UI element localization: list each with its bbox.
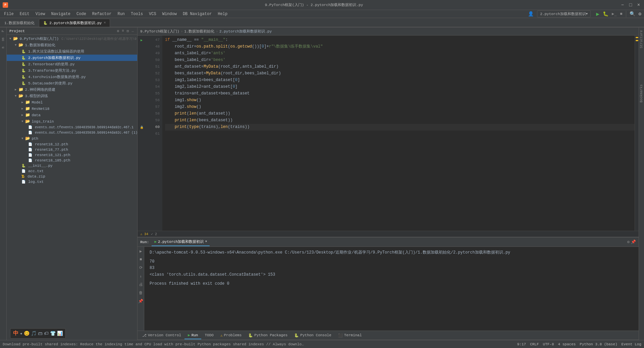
bookmark-icon-3[interactable]: 🎵	[31, 331, 37, 336]
tree-item-model[interactable]: ▶ 📁 Model	[7, 99, 137, 106]
tab-python-packages[interactable]: 🐍 Python Packages	[245, 332, 291, 339]
code-editor[interactable]: ▶ 🔒 47	[138, 36, 639, 231]
breadcrumb-file[interactable]: 2.pytorch加载和数据初识.py	[219, 29, 272, 34]
tree-item-pth[interactable]: ▼ 📂 pth	[7, 135, 137, 142]
search-everywhere-icon[interactable]: 🔍	[628, 11, 637, 17]
menu-window[interactable]: Window	[160, 11, 179, 17]
tree-item-pth3[interactable]: 📄 resnet18_121.pth	[7, 152, 137, 158]
tree-item-resnet18[interactable]: ▶ 📁 ResNet18	[7, 106, 137, 112]
project-more-icon[interactable]: …	[131, 29, 135, 33]
tab-terminal[interactable]: ⬛ Terminal	[335, 332, 365, 339]
bookmark-icon-2[interactable]: 😊	[24, 331, 30, 336]
restore-icon[interactable]: ⟳	[139, 265, 143, 271]
bookmarks-icon[interactable]: B	[2, 45, 5, 50]
minimize-button[interactable]: −	[620, 2, 625, 8]
menu-tools[interactable]: Tools	[128, 11, 146, 17]
tree-item-py4[interactable]: 🐍 3.Transforms使用方法.py	[7, 67, 137, 74]
tab-todo[interactable]: TODO	[201, 332, 217, 339]
tree-item-root[interactable]: ▼ 📂 9.PyTorch框架(入门) C:\Users\123\Desktop…	[7, 36, 137, 42]
bookmark-icon-5[interactable]: 🏷	[44, 331, 49, 336]
tab-2[interactable]: 🐍 2.pytorch加载和数据初识.py ×	[39, 19, 110, 27]
print-icon[interactable]: 🖨	[138, 281, 144, 288]
menu-help[interactable]: Help	[215, 11, 230, 17]
tree-item-folder1[interactable]: ▼ 📂 1.数据加载初始化	[7, 42, 137, 48]
tree-item-py5[interactable]: 🐍 4.torchvision数据集的使用.py	[7, 74, 137, 80]
debug-button[interactable]: 🐛	[601, 11, 610, 17]
tab-2-close[interactable]: ×	[104, 21, 106, 25]
coverage-button[interactable]: ▶̲	[610, 11, 618, 16]
window-controls: − □ ×	[620, 2, 641, 8]
python-version-indicator[interactable]: Python 3.8 (base)	[580, 342, 617, 346]
project-sort-icon[interactable]: ≡	[121, 29, 125, 33]
stop-run-icon[interactable]: ■	[139, 257, 143, 263]
maximize-button[interactable]: □	[628, 2, 633, 8]
bookmark-chinese-icon[interactable]: 中	[13, 330, 18, 337]
project-view-icon[interactable]: P	[1, 29, 5, 33]
tree-item-pth4[interactable]: 📄 resnet18_185.pth	[7, 158, 137, 163]
tree-item-logs-train[interactable]: ▼ 📂 logs_train	[7, 118, 137, 125]
line-endings-indicator[interactable]: CRLF	[530, 342, 539, 346]
run-config-selector[interactable]: 2.pytorch加载和数据初识 ▼	[537, 10, 591, 17]
menu-edit[interactable]: Edit	[17, 11, 32, 17]
bookmark-icon-6[interactable]: 👕	[50, 331, 56, 336]
run-settings-icon[interactable]: ⚙	[627, 239, 630, 245]
account-icon[interactable]: 👤	[525, 11, 536, 17]
tree-item-py2[interactable]: 🐍 2.pytorch加载和数据初识.py	[7, 55, 137, 61]
tree-item-py6[interactable]: 🐍 5.DataLoader的使用.py	[7, 80, 137, 86]
run-tab-close[interactable]: ×	[205, 240, 207, 243]
bookmark-icon-4[interactable]: 🗃	[38, 331, 43, 336]
tree-item-log[interactable]: 📄 log.txt	[7, 179, 137, 185]
menu-view[interactable]: View	[33, 11, 48, 17]
tab-problems[interactable]: ⚠ Problems	[217, 332, 245, 339]
settings-button[interactable]: ⚙	[637, 11, 643, 17]
tree-item-pth2[interactable]: 📄 resnet18_77.pth	[7, 147, 137, 152]
tree-item-data[interactable]: ▶ 📁 data	[7, 112, 137, 118]
structure-icon[interactable]: Structure	[640, 29, 643, 50]
tree-item-py1[interactable]: 🐍 1.两大法宝函数以及编辑器的使用	[7, 48, 137, 55]
menu-refactor[interactable]: Refactor	[90, 11, 114, 17]
menu-code[interactable]: Code	[74, 11, 89, 17]
pin-icon[interactable]: 📌	[138, 298, 144, 304]
code-content[interactable]: if __name__ == "__main__" : root_dir= os…	[162, 36, 635, 231]
menu-file[interactable]: File	[1, 11, 16, 17]
run-tab-active[interactable]: ▶ 2.pytorch加载和数据初识 ×	[152, 238, 210, 246]
tree-item-folder3[interactable]: ▼ 📂 3.模型的训练	[7, 93, 137, 99]
tab-run[interactable]: ▶ Run	[184, 332, 201, 339]
db-browser-icon[interactable]: DB	[2, 36, 5, 43]
bookmark-icon-7[interactable]: 📊	[57, 331, 63, 336]
project-settings-icon[interactable]: ⚙	[116, 29, 120, 33]
project-collapse-icon[interactable]: ⊟	[126, 29, 130, 33]
indent-indicator[interactable]: 4 spaces	[558, 342, 576, 346]
bookmark-icon-1[interactable]: ✦	[20, 331, 22, 336]
clear-icon[interactable]: 🗑	[138, 290, 144, 296]
tree-item-event2[interactable]: 📄 events.out.tfevents.1684835030.b699144…	[7, 130, 137, 135]
menu-db-navigator[interactable]: DB Navigator	[180, 11, 214, 17]
scroll-end-icon[interactable]: ⇣	[139, 273, 143, 279]
tree-item-folder2[interactable]: ▶ 📁 2.神经网络的搭建	[7, 86, 137, 93]
tree-item-py3[interactable]: 🐍 2.Tensorboard的使用.py	[7, 61, 137, 67]
menu-vcs[interactable]: VCS	[146, 11, 159, 17]
stop-button[interactable]: ■	[619, 12, 624, 16]
close-button[interactable]: ×	[636, 2, 641, 8]
run-pin-icon[interactable]: 📌	[631, 239, 636, 245]
tree-item-acc[interactable]: 📄 acc.txt	[7, 168, 137, 174]
line-col-indicator[interactable]: 9:17	[517, 342, 526, 346]
charset-indicator[interactable]: UTF-8	[543, 342, 554, 346]
menu-run[interactable]: Run	[115, 11, 127, 17]
menu-navigate[interactable]: Navigate	[48, 11, 73, 17]
tab-1[interactable]: 1.数据加载初始化	[0, 19, 39, 27]
tree-py3-label: 2.Tensorboard的使用.py	[28, 62, 75, 67]
run-button[interactable]: ▶	[595, 11, 601, 17]
event-log-button[interactable]: Event Log	[622, 342, 641, 346]
tree-item-init[interactable]: 🐍 __init__.py	[7, 163, 137, 168]
editor-scrollbar[interactable]	[635, 36, 639, 231]
rerun-icon[interactable]: ▶	[139, 248, 143, 255]
breadcrumb-project[interactable]: 9.PyTorch框架(入门)	[140, 29, 179, 34]
breadcrumb-folder[interactable]: 1.数据加载初始化	[184, 29, 214, 34]
tab-python-console[interactable]: 🐍 Python Console	[291, 332, 334, 339]
tree-item-event1[interactable]: 📄 events.out.tfevents.1684835030.b699144…	[7, 125, 137, 130]
bookmarks-right-icon[interactable]: Bookmarks	[640, 83, 643, 104]
tree-item-pth1[interactable]: 📄 resnet18_12.pth	[7, 142, 137, 147]
tree-item-zip[interactable]: 🗜 data.zip	[7, 174, 137, 179]
tab-version-control[interactable]: ⎇ Version Control	[139, 332, 184, 339]
